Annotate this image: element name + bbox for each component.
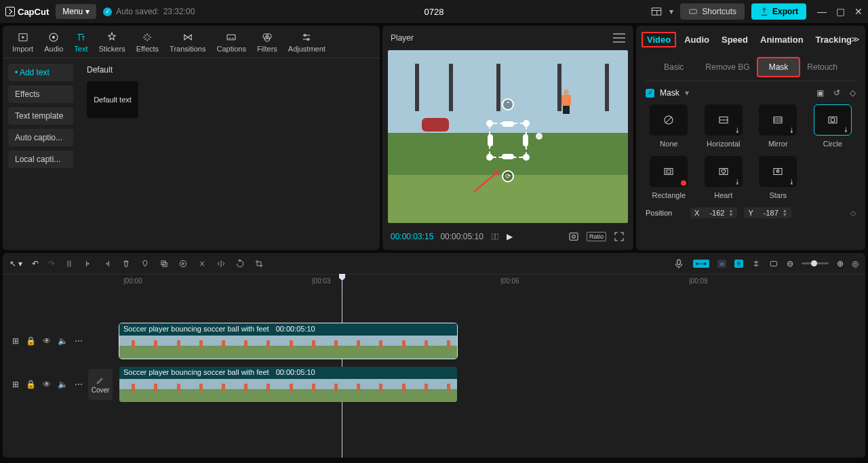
tab-adjustment[interactable]: Adjustment (283, 28, 331, 56)
add-track-icon[interactable]: ⊞ (12, 380, 19, 389)
tab-effects[interactable]: Effects (131, 28, 164, 56)
zoom-out-button[interactable]: ⊖ (787, 259, 793, 268)
mask-enable-checkbox[interactable]: ✓ (646, 89, 654, 98)
duplicate-icon[interactable] (159, 259, 169, 268)
rotate-icon[interactable] (235, 259, 245, 268)
minimize-button[interactable]: — (817, 6, 827, 17)
ratio-button[interactable]: Ratio (587, 232, 606, 241)
snapshot-icon[interactable] (568, 230, 580, 243)
save-preset-icon[interactable]: ▣ (816, 88, 824, 98)
sidebar-item-effects[interactable]: Effects (8, 85, 73, 103)
eye-icon[interactable]: 👁 (43, 380, 51, 389)
lock-icon[interactable]: 🔒 (26, 380, 36, 389)
reverse-icon[interactable] (197, 259, 207, 268)
default-text-thumb[interactable]: Default text (87, 81, 138, 118)
tab-audio[interactable]: Audio (684, 32, 709, 47)
snap-aux-icon[interactable]: ⌾ (717, 260, 726, 268)
tab-stickers[interactable]: Stickers (94, 28, 131, 56)
svg-point-14 (572, 235, 576, 239)
mask-mirror[interactable]: ⭳Mirror (755, 104, 802, 148)
tab-video[interactable]: Video (642, 32, 676, 47)
chevron-down-icon[interactable]: ▾ (685, 88, 689, 98)
sidebar-item-local-captions[interactable]: Local capti... (8, 150, 73, 168)
mic-icon[interactable] (673, 258, 685, 270)
freeze-frame-icon[interactable] (178, 259, 188, 268)
position-x-field[interactable]: X -162▲▼ (690, 207, 737, 218)
gizmo-top-handle-icon[interactable]: ⌃ (502, 98, 514, 110)
tab-text[interactable]: Text (68, 28, 93, 56)
mask-none[interactable]: None (646, 104, 692, 148)
split-tool[interactable] (64, 259, 74, 268)
crop-icon[interactable] (254, 259, 264, 268)
shortcuts-button[interactable]: Shortcuts (680, 3, 745, 20)
tab-speed[interactable]: Speed (722, 32, 748, 47)
snap-link-icon[interactable]: ⎘ (734, 260, 743, 268)
sidebar-item-add-text[interactable]: • Add text (8, 64, 73, 81)
add-track-icon[interactable]: ⊞ (12, 336, 19, 346)
preview-toggle-icon[interactable] (769, 259, 778, 268)
zoom-fit-button[interactable]: ◎ (852, 259, 859, 268)
tab-import[interactable]: Import (7, 28, 39, 56)
sidebar-item-text-template[interactable]: Text template (8, 107, 73, 125)
player-menu-icon[interactable] (613, 33, 625, 43)
marker-icon[interactable] (140, 259, 150, 268)
player-viewport[interactable]: ⌃ ⟳ (388, 50, 628, 223)
layout-icon[interactable] (650, 5, 663, 18)
pointer-tool[interactable]: ↖ ▾ (9, 259, 22, 268)
reset-icon[interactable]: ↺ (833, 88, 840, 98)
trim-right-icon[interactable] (102, 259, 112, 268)
eye-icon[interactable]: 👁 (43, 336, 51, 346)
subtab-basic[interactable]: Basic (653, 58, 694, 76)
maximize-button[interactable]: ▢ (836, 6, 845, 17)
mirror-icon[interactable] (216, 259, 226, 268)
mute-icon[interactable]: 🔈 (58, 336, 68, 346)
trim-left-icon[interactable] (83, 259, 93, 268)
align-icon[interactable] (751, 259, 761, 268)
tab-audio[interactable]: Audio (39, 28, 68, 56)
tab-transitions[interactable]: Transitions (164, 28, 211, 56)
chevron-down-icon[interactable]: ▾ (669, 7, 673, 16)
zoom-in-button[interactable]: ⊕ (837, 259, 844, 268)
clip-1[interactable]: Soccer player bouncing soccer ball with … (119, 323, 457, 359)
clip-2[interactable]: Soccer player bouncing soccer ball with … (119, 367, 457, 402)
mask-rectangle[interactable]: Rectangle (646, 156, 692, 199)
snap-main-icon[interactable]: ⇤⇥ (693, 260, 709, 268)
mute-icon[interactable]: 🔈 (58, 380, 68, 389)
timeline-ruler[interactable]: |00:00 |00:03 |00:06 |00:09 (111, 275, 865, 289)
tab-filters[interactable]: Filters (252, 28, 283, 56)
ruler-playhead[interactable] (342, 275, 342, 289)
cover-button[interactable]: Cover (88, 369, 113, 400)
tabs-scroll-icon[interactable]: ≫ (851, 35, 860, 44)
more-icon[interactable]: ⋯ (75, 336, 83, 346)
menu-button[interactable]: Menu ▾ (56, 4, 96, 19)
mask-heart[interactable]: ⭳Heart (701, 156, 747, 199)
zoom-slider[interactable] (802, 262, 829, 264)
close-button[interactable]: ✕ (854, 6, 863, 17)
gizmo-rotate-handle-icon[interactable]: ⟳ (502, 170, 514, 182)
mask-horizontal[interactable]: ⭳Horizontal (701, 104, 747, 148)
mask-stars[interactable]: ⭳Stars (755, 156, 802, 199)
more-icon[interactable]: ⋯ (75, 380, 83, 389)
subtab-retouch[interactable]: Retouch (796, 58, 848, 76)
position-y-field[interactable]: Y -187▲▼ (744, 207, 791, 218)
delete-button[interactable] (121, 259, 131, 268)
undo-button[interactable]: ↶ (32, 259, 39, 268)
mask-circle[interactable]: ⭳Circle (810, 104, 856, 148)
subtab-mask[interactable]: Mask (757, 57, 801, 77)
play-button[interactable]: ▶ (507, 232, 513, 241)
compare-icon[interactable] (490, 232, 500, 241)
tab-tracking[interactable]: Tracking (816, 32, 852, 47)
fullscreen-icon[interactable] (613, 230, 625, 243)
keyframe-icon[interactable]: ◇ (850, 209, 856, 218)
export-icon (760, 7, 769, 16)
gizmo-bounds[interactable] (489, 123, 527, 158)
lock-icon[interactable]: 🔒 (26, 336, 36, 346)
mask-transform-gizmo[interactable]: ⌃ ⟳ (489, 123, 527, 158)
sidebar-item-auto-captions[interactable]: Auto captio... (8, 129, 73, 146)
keyframe-icon[interactable]: ◇ (850, 88, 856, 98)
subtab-remove-bg[interactable]: Remove BG (694, 58, 760, 76)
export-button[interactable]: Export (751, 3, 806, 20)
tab-animation[interactable]: Animation (760, 32, 804, 47)
redo-button[interactable]: ↷ (48, 259, 55, 268)
tab-captions[interactable]: Captions (211, 28, 251, 56)
